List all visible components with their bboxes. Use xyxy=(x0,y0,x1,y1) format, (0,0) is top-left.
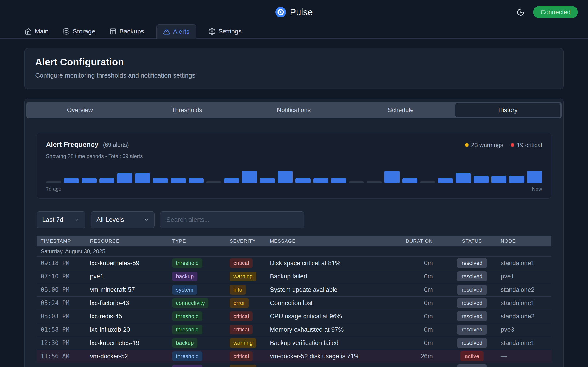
nav-item-settings[interactable]: Settings xyxy=(207,24,243,38)
frequency-bar xyxy=(527,171,542,183)
cell-duration: 0m xyxy=(401,326,436,333)
cell-node: pve1 xyxy=(489,273,552,280)
nav-item-main[interactable]: Main xyxy=(23,24,51,38)
legend-critical-label: 19 critical xyxy=(517,142,542,149)
nav-item-storage[interactable]: Storage xyxy=(61,24,97,38)
type-badge: threshold xyxy=(172,311,202,321)
cell-type: threshold xyxy=(172,365,230,367)
connection-status-badge: Connected xyxy=(533,6,578,18)
cell-type: threshold xyxy=(172,325,230,334)
col-timestamp: TIMESTAMP xyxy=(41,238,90,244)
status-badge: resolved xyxy=(457,311,487,321)
frequency-bar xyxy=(331,178,346,183)
cell-timestamp: 05:24 PM xyxy=(41,300,90,307)
cell-status: resolved xyxy=(436,311,489,321)
cell-message: Backup verification failed xyxy=(270,340,401,347)
gear-icon xyxy=(208,28,216,35)
legend-warnings: 23 warnings xyxy=(465,142,503,149)
nav-label: Settings xyxy=(218,28,242,35)
axis-end-label: Now xyxy=(532,186,542,192)
frequency-bar xyxy=(46,181,61,183)
cell-severity: info xyxy=(230,285,270,294)
search-input[interactable] xyxy=(160,211,304,228)
type-badge: threshold xyxy=(172,325,202,334)
cell-severity: warning xyxy=(230,338,270,348)
type-badge: system xyxy=(172,285,197,294)
cell-duration: 44m xyxy=(401,366,436,367)
table-row[interactable]: 05:03 PMlxc-redis-45thresholdcriticalCPU… xyxy=(36,310,552,323)
frequency-bar xyxy=(349,181,364,183)
status-badge: active xyxy=(460,351,484,361)
theme-toggle-button[interactable] xyxy=(517,8,525,16)
app-logo: Pulse xyxy=(275,7,313,18)
table-row[interactable]: 11:56 AMvm-docker-52thresholdcriticalvm-… xyxy=(36,350,552,363)
alert-frequency-chart: Alert Frequency (69 alerts) 23 warnings … xyxy=(36,133,552,199)
status-badge: resolved xyxy=(457,325,487,334)
legend-critical: 19 critical xyxy=(510,142,542,149)
nav-item-alerts[interactable]: Alerts xyxy=(156,24,196,39)
cell-timestamp: 11:38 AM xyxy=(41,366,90,367)
config-tabstrip: Overview Thresholds Notifications Schedu… xyxy=(26,102,562,118)
page-subtitle: Configure monitoring thresholds and noti… xyxy=(35,72,553,79)
cell-duration: 0m xyxy=(401,300,436,307)
frequency-bar xyxy=(384,171,400,183)
cell-message: Memory exhausted at 97% xyxy=(270,326,401,333)
level-value: All Levels xyxy=(96,216,124,223)
table-row[interactable]: 06:00 PMvm-minecraft-57systeminfoSystem … xyxy=(36,283,552,297)
cell-status: resolved xyxy=(436,298,489,308)
cell-duration: 0m xyxy=(401,260,436,267)
cell-timestamp: 09:18 PM xyxy=(41,260,90,267)
table-row[interactable]: 09:18 PMlxc-kubernetes-59thresholdcritic… xyxy=(36,257,552,270)
table-row[interactable]: 01:58 PMlxc-influxdb-20thresholdcritical… xyxy=(36,323,552,336)
frequency-bar xyxy=(224,178,239,183)
frequency-bar xyxy=(171,178,186,183)
nav-item-backups[interactable]: Backups xyxy=(108,24,146,38)
tab-overview[interactable]: Overview xyxy=(27,103,132,117)
tab-schedule[interactable]: Schedule xyxy=(348,103,453,117)
filter-bar: Last 7d All Levels xyxy=(36,211,552,228)
frequency-bar xyxy=(456,173,471,183)
frequency-bar xyxy=(491,176,506,183)
status-badge: resolved xyxy=(457,258,487,268)
frequency-bar xyxy=(438,178,453,183)
frequency-bar xyxy=(313,178,329,183)
frequency-bar xyxy=(474,176,489,183)
level-select[interactable]: All Levels xyxy=(91,211,155,228)
cell-node: standalone1 xyxy=(489,260,552,267)
table-row[interactable]: 05:24 PMlxc-factorio-43connectivityerror… xyxy=(36,297,552,310)
date-group-row: Saturday, August 30, 2025 xyxy=(36,246,552,257)
type-badge: threshold xyxy=(172,365,202,367)
table-row[interactable]: 07:10 PMpve1backupwarningBackup failed0m… xyxy=(36,270,552,283)
tab-notifications[interactable]: Notifications xyxy=(242,103,346,117)
cell-status: resolved xyxy=(436,338,489,348)
col-severity: SEVERITY xyxy=(230,238,270,244)
pulse-logo-icon xyxy=(275,7,286,18)
time-range-select[interactable]: Last 7d xyxy=(36,211,85,228)
storage-icon xyxy=(63,28,70,35)
table-row[interactable]: 11:38 AMpve5thresholdwarningDisk usage e… xyxy=(36,363,552,367)
frequency-bar xyxy=(260,178,275,183)
tab-thresholds[interactable]: Thresholds xyxy=(135,103,239,117)
cell-status: resolved xyxy=(436,365,489,367)
type-badge: threshold xyxy=(172,351,202,361)
nav-label: Alerts xyxy=(173,28,190,35)
cell-resource: pve5 xyxy=(90,366,172,367)
cell-severity: critical xyxy=(230,351,270,361)
severity-badge: error xyxy=(230,298,249,308)
chevron-down-icon xyxy=(74,217,79,222)
cell-severity: critical xyxy=(230,311,270,321)
frequency-bar xyxy=(278,171,293,183)
table-row[interactable]: 12:30 PMlxc-kubernetes-19backupwarningBa… xyxy=(36,336,552,350)
cell-timestamp: 05:03 PM xyxy=(41,313,90,320)
severity-badge: info xyxy=(230,285,246,294)
frequency-bar xyxy=(402,178,418,183)
cell-resource: lxc-factorio-43 xyxy=(90,300,172,307)
frequency-bar xyxy=(420,181,435,183)
frequency-bar xyxy=(242,171,257,183)
tab-history[interactable]: History xyxy=(455,103,561,117)
cell-status: resolved xyxy=(436,285,489,294)
col-type: TYPE xyxy=(172,238,230,244)
severity-badge: critical xyxy=(230,351,253,361)
time-range-value: Last 7d xyxy=(42,216,63,223)
page-header-card: Alert Configuration Configure monitoring… xyxy=(24,48,564,90)
